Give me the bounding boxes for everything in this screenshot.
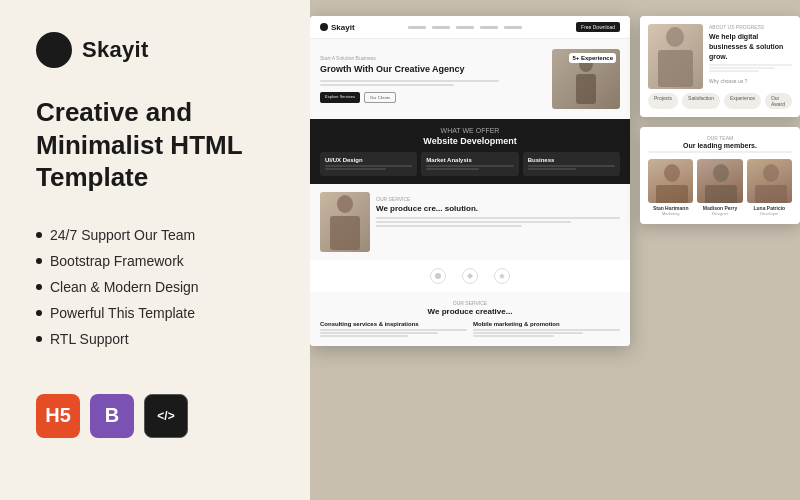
preview-icon	[430, 268, 446, 284]
list-item: Powerful This Template	[36, 300, 274, 326]
html5-badge: H5	[36, 394, 80, 438]
preview-hero-btn-secondary: Our Clients	[364, 92, 396, 103]
preview-card: UI/UX Design	[320, 152, 417, 176]
preview-hero-image: 5+ Experience	[552, 49, 620, 109]
team-preview-card: OUR TEAM Our leading members. Stan Hartm…	[640, 127, 800, 224]
product-title: Creative and Minimalist HTML Template	[36, 96, 274, 194]
logo-area: Skayit	[36, 32, 274, 68]
badge-row: H5 B </>	[36, 394, 274, 438]
team-photo-image	[747, 159, 792, 203]
preview-hero-title: Growth With Our Creative Agency	[320, 63, 544, 76]
diamond-icon	[466, 272, 474, 280]
preview-service-heading: We produce cre... solution.	[376, 204, 620, 214]
preview-hero-btns: Explore Services Our Clients	[320, 92, 544, 103]
preview-service-line2	[376, 221, 571, 223]
list-item: Clean & Modern Design	[36, 274, 274, 300]
about-preview-card: ABOUT US PROGRESS We help digital busine…	[640, 16, 800, 117]
svg-rect-10	[656, 185, 688, 203]
bullet-icon	[36, 284, 42, 290]
preview-service-line3	[376, 225, 522, 227]
team-member-role: Designer	[697, 211, 742, 216]
preview-service-col-line3	[473, 335, 554, 337]
preview-service-col-title: Mobile marketing & promotion	[473, 321, 620, 327]
svg-marker-6	[499, 273, 505, 279]
svg-rect-8	[658, 50, 693, 87]
team-photo-image	[697, 159, 742, 203]
preview-card-title: UI/UX Design	[325, 157, 412, 163]
preview-service-image	[320, 192, 370, 252]
about-line3	[709, 70, 759, 72]
preview-service-col-line2	[473, 332, 583, 334]
preview-nav-logo: Skayit	[320, 23, 355, 32]
bullet-icon	[36, 336, 42, 342]
preview-hero: Start A Solution Business Growth With Ou…	[310, 39, 630, 119]
list-item: RTL Support	[36, 326, 274, 352]
preview-hero-btn-primary: Explore Services	[320, 92, 360, 103]
about-card-content: ABOUT US PROGRESS We help digital busine…	[640, 16, 800, 117]
right-panel: Skayit Free Download Start A Solution Bu…	[310, 0, 800, 500]
preview-cta-button: Free Download	[576, 22, 620, 32]
stat-pill: Satisfaction	[682, 93, 720, 109]
svg-point-13	[763, 164, 779, 182]
svg-rect-14	[755, 185, 787, 203]
team-photo-image	[648, 159, 693, 203]
preview-icon	[494, 268, 510, 284]
preview-hero-text: Start A Solution Business Growth With Ou…	[320, 55, 544, 103]
team-person-3-icon	[747, 159, 792, 203]
bullet-icon	[36, 232, 42, 238]
preview-nav-dot	[320, 23, 328, 31]
about-label: ABOUT US PROGRESS	[709, 24, 792, 30]
team-photos: Stan Hartmann Marketing Madison Perry De…	[648, 159, 792, 216]
preview-card-line2	[325, 168, 386, 170]
about-line2	[709, 67, 775, 69]
bullet-icon	[36, 258, 42, 264]
team-sub-line	[648, 151, 792, 153]
star-icon	[498, 272, 506, 280]
nav-link	[480, 26, 498, 29]
svg-point-4	[435, 273, 441, 279]
preview-card-line	[426, 165, 513, 167]
preview-service-col-line3	[320, 335, 408, 337]
preview-service-grid: Consulting services & inspirations Mobil…	[320, 321, 620, 338]
preview-experience-badge: 5+ Experience	[569, 53, 616, 63]
about-row: ABOUT US PROGRESS We help digital busine…	[648, 24, 792, 89]
preview-our-service-label: OUR SERVICE	[320, 300, 620, 306]
preview-section-heading: Website Development	[320, 136, 620, 146]
logo-text: Skayit	[82, 37, 149, 63]
stat-pill: Our Award	[765, 93, 792, 109]
preview-service-line	[376, 217, 620, 219]
stat-pill: Projects	[648, 93, 678, 109]
about-person-icon	[648, 24, 703, 89]
preview-hero-line	[320, 80, 499, 82]
svg-rect-3	[330, 216, 360, 250]
left-panel: Skayit Creative and Minimalist HTML Temp…	[0, 0, 310, 500]
team-card-content: OUR TEAM Our leading members. Stan Hartm…	[640, 127, 800, 224]
nav-link	[432, 26, 450, 29]
preview-card-line	[528, 165, 615, 167]
team-person-1-icon	[648, 159, 693, 203]
about-text: ABOUT US PROGRESS We help digital busine…	[709, 24, 792, 84]
nav-link	[504, 26, 522, 29]
team-label: OUR TEAM	[648, 135, 792, 141]
preview-hero-line2	[320, 84, 454, 86]
preview-service-col-title: Consulting services & inspirations	[320, 321, 467, 327]
preview-service-col: Consulting services & inspirations	[320, 321, 467, 338]
svg-point-9	[664, 164, 680, 182]
leaf-icon	[434, 272, 442, 280]
about-heading: We help digital businesses & solution gr…	[709, 32, 792, 61]
preview-card-line	[325, 165, 412, 167]
svg-rect-1	[576, 74, 596, 104]
list-item: 24/7 Support Our Team	[36, 222, 274, 248]
stat-pill: Experience	[724, 93, 761, 109]
preview-dark-section: WHAT WE OFFER Website Development UI/UX …	[310, 119, 630, 184]
bootstrap-badge: B	[90, 394, 134, 438]
preview-main: Skayit Free Download Start A Solution Bu…	[310, 16, 630, 346]
preview-our-service: OUR SERVICE We produce creative... Consu…	[310, 292, 630, 346]
preview-card-title: Business	[528, 157, 615, 163]
preview-hero-tag: Start A Solution Business	[320, 55, 544, 61]
team-heading: Our leading members.	[648, 142, 792, 149]
stats-row: Projects Satisfaction Experience Our Awa…	[648, 93, 792, 109]
service-person-icon	[320, 192, 370, 252]
preview-card-line2	[528, 168, 576, 170]
logo-icon	[36, 32, 72, 68]
